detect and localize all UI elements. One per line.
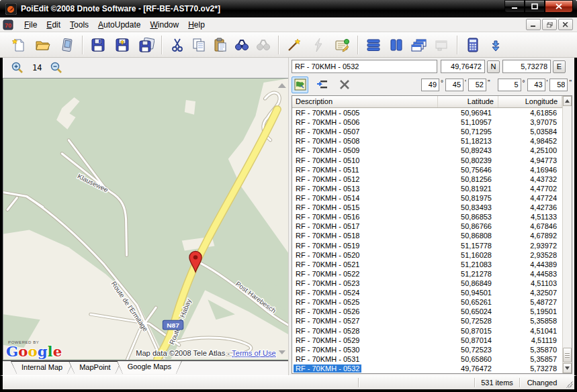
menu-edit[interactable]: Edit: [42, 19, 65, 31]
menu-bar: 70 File Edit Tools AutoUpdate Window Hel…: [0, 17, 577, 32]
table-row[interactable]: RF - 70KMH - 053150,658605,35857: [292, 354, 562, 364]
cut-icon[interactable]: [169, 37, 185, 53]
auto-update-icon[interactable]: [488, 37, 504, 53]
save-as-icon[interactable]: [114, 37, 130, 53]
save-all-icon[interactable]: [138, 37, 154, 53]
table-row[interactable]: RF - 70KMH - 052350,868494,51103: [292, 279, 562, 288]
table-row[interactable]: RF - 70KMH - 051850,868084,67892: [292, 231, 562, 240]
mdi-close-button[interactable]: [558, 19, 573, 30]
mdi-minimize-button[interactable]: [526, 19, 541, 30]
poi-table: Description Latitude Longitude RF - 70KM…: [292, 95, 572, 374]
zoom-out-icon[interactable]: [48, 60, 64, 76]
table-row[interactable]: RF - 70KMH - 052950,870144,51119: [292, 336, 562, 345]
table-row[interactable]: RF - 70KMH - 051951,157782,93972: [292, 241, 562, 250]
table-row[interactable]: RF - 70KMH - 052550,652615,48727: [292, 297, 562, 307]
table-row[interactable]: RF - 70KMH - 052450,945014,32507: [292, 288, 562, 297]
table-row[interactable]: RF - 70KMH - 051350,819214,47702: [292, 184, 562, 193]
table-row[interactable]: RF - 70KMH - 051250,812564,43732: [292, 175, 562, 184]
minimize-button[interactable]: [504, 0, 525, 13]
table-row[interactable]: RF - 70KMH - 051150,756464,16946: [292, 165, 562, 175]
table-row[interactable]: RF - 70KMH - 053050,725235,35870: [292, 345, 562, 354]
scroll-up-icon[interactable]: [563, 96, 572, 106]
longitude-field[interactable]: [502, 60, 551, 73]
table-row[interactable]: RF - 70KMH - 050550,969414,61856: [292, 108, 562, 117]
cascade-windows-icon[interactable]: [411, 37, 427, 53]
copy-icon[interactable]: [191, 37, 207, 53]
table-row[interactable]: RF - 70KMH - 051750,867664,67846: [292, 222, 562, 231]
table-row[interactable]: RF - 70KMH - 052251,212784,44583: [292, 269, 562, 279]
cell-latitude: 50,65024: [438, 307, 498, 315]
lat-degrees-field[interactable]: [421, 79, 439, 91]
cell-description: RF - 70KMH - 0513: [292, 185, 438, 193]
cell-description: RF - 70KMH - 0515: [292, 203, 438, 211]
maximize-button[interactable]: [525, 0, 545, 13]
lon-degrees-field[interactable]: [498, 79, 521, 91]
wizard-wand-icon[interactable]: [286, 37, 302, 53]
tile-horizontal-icon[interactable]: [365, 37, 382, 53]
column-header-latitude[interactable]: Latitude: [438, 96, 498, 107]
tile-vertical-icon[interactable]: [388, 37, 404, 53]
tab-google-maps[interactable]: Google Maps: [117, 360, 182, 374]
title-bar[interactable]: PoiEdit ©2008 Dnote Software - [RF-BE-AS…: [0, 0, 577, 17]
cell-longitude: 4,51103: [498, 279, 562, 287]
lon-minutes-field[interactable]: [527, 79, 545, 91]
table-row[interactable]: RF - 70KMH - 051050,802394,94773: [292, 156, 562, 165]
table-row[interactable]: RF - 70KMH - 051450,819754,47724: [292, 193, 562, 203]
table-row[interactable]: RF - 70KMH - 050851,182134,98452: [292, 136, 562, 146]
cell-description: RF - 70KMH - 0516: [292, 213, 438, 221]
table-row[interactable]: RF - 70KMH - 052750,725285,35858: [292, 316, 562, 326]
table-row[interactable]: RF - 70KMH - 050651,109573,97075: [292, 117, 562, 127]
lat-minutes-field[interactable]: [445, 79, 463, 91]
resize-grip[interactable]: [564, 376, 574, 389]
arrange-icons-icon: [434, 37, 450, 53]
show-on-map-button[interactable]: [292, 77, 308, 93]
cell-latitude: 50,71295: [438, 128, 498, 136]
table-row[interactable]: RF - 70KMH - 050950,892434,25100: [292, 146, 562, 155]
open-file-icon[interactable]: [35, 37, 51, 53]
menu-window[interactable]: Window: [145, 19, 183, 31]
mdi-restore-button[interactable]: [542, 19, 557, 30]
table-row[interactable]: RF - 70KMH - 051550,834934,42736: [292, 203, 562, 212]
table-row[interactable]: RF - 70KMH - 052650,650245,19501: [292, 307, 562, 316]
tab-mappoint[interactable]: MapPoint: [69, 361, 121, 374]
zoom-in-icon[interactable]: [9, 60, 26, 76]
description-field[interactable]: [292, 60, 437, 73]
lat-hemisphere-button[interactable]: N: [487, 60, 500, 73]
cell-latitude: 50,65261: [438, 298, 498, 306]
cell-longitude: 5,35870: [498, 346, 562, 354]
terms-of-use-link[interactable]: Terms of Use: [232, 349, 276, 357]
map-view[interactable]: Klausewee Route de l'Ermitage Route de H…: [3, 78, 288, 360]
menu-help[interactable]: Help: [183, 19, 210, 31]
save-icon[interactable]: [90, 37, 106, 53]
column-header-description[interactable]: Description: [292, 96, 438, 107]
menu-autoupdate[interactable]: AutoUpdate: [93, 19, 145, 31]
table-row[interactable]: RF - 70KMH - 052051,160282,93528: [292, 250, 562, 260]
menu-file[interactable]: File: [19, 19, 42, 31]
table-row[interactable]: RF - 70KMH - 051650,868534,51133: [292, 212, 562, 222]
calculator-icon[interactable]: [465, 37, 481, 53]
find-icon[interactable]: [234, 37, 250, 53]
properties-icon[interactable]: [335, 37, 351, 53]
latitude-field[interactable]: [441, 60, 485, 73]
scroll-down-icon[interactable]: [563, 363, 572, 373]
menu-tools[interactable]: Tools: [65, 19, 93, 31]
lat-seconds-field[interactable]: [468, 79, 486, 91]
scrollbar-thumb[interactable]: [563, 348, 572, 362]
column-header-longitude[interactable]: Longitude: [498, 96, 562, 107]
insert-row-button[interactable]: [314, 77, 330, 93]
new-file-icon[interactable]: [11, 37, 27, 53]
cell-description: RF - 70KMH - 0528: [292, 327, 438, 335]
close-button[interactable]: [545, 0, 573, 13]
paste-icon[interactable]: [212, 37, 228, 53]
lon-hemisphere-button[interactable]: E: [553, 60, 566, 73]
table-row[interactable]: RF - 70KMH - 052850,870154,51041: [292, 326, 562, 336]
lon-seconds-field[interactable]: [549, 79, 568, 91]
cell-description: RF - 70KMH - 0507: [292, 128, 438, 136]
table-row[interactable]: RF - 70KMH - 053249,764725,73278: [292, 364, 562, 373]
table-row[interactable]: RF - 70KMH - 052151,210834,44389: [292, 260, 562, 269]
table-row[interactable]: RF - 70KMH - 050750,712955,03584: [292, 127, 562, 136]
table-scrollbar[interactable]: [562, 96, 572, 373]
poi-table-header: Description Latitude Longitude: [292, 96, 562, 108]
tab-internal-map[interactable]: Internal Map: [11, 361, 73, 374]
open-from-device-icon[interactable]: [59, 37, 75, 53]
